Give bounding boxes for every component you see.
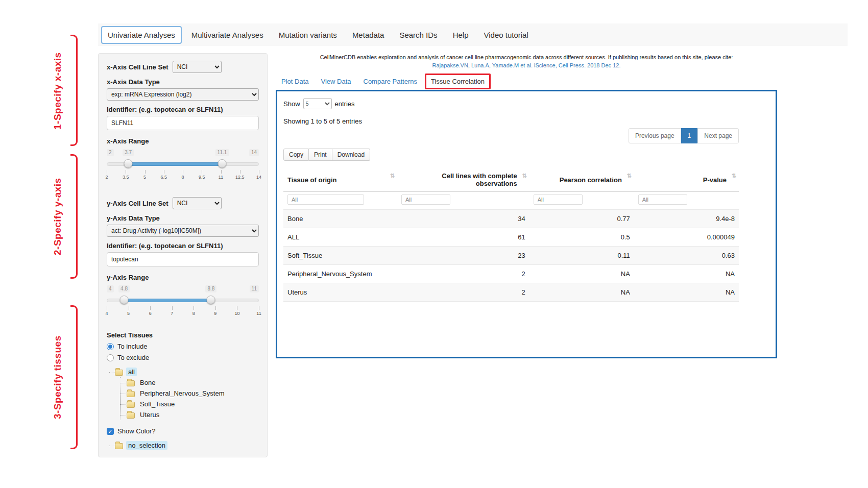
annotation-x-axis-label: 1-Specify x-axis [52, 37, 67, 145]
column-header-pearson-correlation[interactable]: Pearson correlation ⇅ [529, 168, 634, 192]
annotation-tissues-bracket [70, 305, 78, 449]
subtab-view-data[interactable]: View Data [316, 75, 355, 88]
slider-tick [237, 306, 237, 310]
column-header-tissue-of-origin[interactable]: Tissue of origin ⇅ [283, 168, 397, 192]
annotation-y-axis-label: 2-Specify y-axis [52, 154, 67, 279]
download-button[interactable]: Download [332, 149, 370, 161]
subtab-plot-data[interactable]: Plot Data [277, 75, 313, 88]
x-data-type-select[interactable]: exp: mRNA Expression (log2) [107, 88, 259, 101]
slider-tick-label: 5 [127, 311, 130, 316]
slider-tick [194, 306, 194, 310]
tree-item-label: Soft_Tissue [138, 400, 177, 408]
annotation-x-axis-bracket [70, 35, 78, 146]
slider-tick [240, 170, 240, 174]
show-color-checkbox[interactable]: Show Color? [107, 427, 259, 435]
slider-handle-from[interactable] [124, 159, 133, 168]
y-cell-line-set-select[interactable]: NCI [173, 197, 222, 209]
correlation-table: Tissue of origin ⇅ Cell lines with compl… [283, 168, 739, 302]
column-header-p-value[interactable]: P-value ⇅ [634, 168, 739, 192]
pagination-next[interactable]: Next page [697, 128, 739, 143]
radio-to-include[interactable]: To include [107, 343, 259, 350]
slider-handle-to[interactable] [218, 159, 226, 168]
slider-tick [259, 306, 259, 310]
radio-icon [107, 343, 114, 350]
y-data-type-label: y-Axis Data Type [107, 214, 259, 222]
slider-selected-bar [124, 299, 211, 302]
y-range-slider: 4 11 4.8 8.8 4567891011 [107, 285, 259, 318]
pagination: Previous page 1 Next page [283, 128, 739, 143]
filter-tissue-of-origin[interactable] [287, 194, 364, 205]
x-identifier-input[interactable] [107, 116, 259, 130]
x-cell-line-set-select[interactable]: NCI [173, 61, 222, 73]
tree-item-bone[interactable]: Bone [127, 377, 259, 388]
citation-link[interactable]: Rajapakse.VN, Luna.A, Yamade.M et al. iS… [276, 62, 777, 68]
tree-item-label: Uterus [138, 410, 161, 419]
table-cell: ALL [283, 228, 397, 247]
slider-tick-label: 10 [234, 311, 239, 316]
subtabs: Plot Data View Data Compare Patterns Tis… [277, 74, 491, 89]
slider-handle-from[interactable] [120, 296, 129, 304]
slider-max-label: 11 [250, 285, 259, 292]
column-header-cell-lines[interactable]: Cell lines with complete observations ⇅ [397, 168, 529, 192]
filter-cell-lines[interactable] [401, 194, 450, 205]
tree-item-soft-tissue[interactable]: Soft_Tissue [127, 399, 259, 409]
tab-mutation-variants[interactable]: Mutation variants [273, 27, 343, 43]
tree-item-no-selection[interactable]: no_selection [115, 440, 259, 451]
subtab-compare-patterns[interactable]: Compare Patterns [359, 75, 422, 88]
tab-help[interactable]: Help [447, 27, 474, 43]
tree-item-label: Bone [138, 378, 157, 387]
slider-min-label: 4 [107, 285, 114, 292]
tree-item-peripheral-nervous-system[interactable]: Peripheral_Nervous_System [127, 388, 259, 399]
table-row: Bone340.779.4e-8 [283, 210, 739, 228]
column-header-label: P-value [703, 176, 727, 184]
print-button[interactable]: Print [309, 149, 332, 161]
folder-icon [127, 380, 135, 386]
subtab-tissue-correlation[interactable]: Tissue Correlation [425, 74, 491, 89]
slider-tick-label: 8 [181, 175, 184, 180]
slider-from-label: 3.7 [123, 149, 134, 156]
table-cell: Peripheral_Nervous_System [283, 265, 397, 283]
table-cell: 61 [397, 228, 529, 247]
slider-max-label: 14 [249, 149, 259, 156]
pagination-page-1[interactable]: 1 [681, 128, 698, 143]
tab-search-ids[interactable]: Search IDs [394, 27, 443, 43]
radio-to-exclude[interactable]: To exclude [107, 354, 259, 361]
table-cell: 0.63 [634, 247, 739, 265]
slider-tick-label: 14 [256, 175, 261, 180]
slider-tick-label: 4 [105, 311, 108, 316]
tab-univariate-analyses[interactable]: Univariate Analyses [101, 26, 182, 44]
table-row: ALL610.50.000049 [283, 228, 739, 247]
column-header-label: Cell lines with complete observations [442, 172, 517, 187]
y-data-type-select[interactable]: act: Drug Activity (-log10[IC50M]) [107, 225, 259, 237]
tree-item-label: all [126, 368, 137, 376]
y-identifier-input[interactable] [107, 252, 259, 266]
slider-tick [172, 306, 173, 310]
table-cell: 2 [397, 265, 529, 283]
table-export-buttons: Copy Print Download [283, 149, 739, 161]
table-cell: 2 [397, 283, 529, 302]
filter-pearson-correlation[interactable] [534, 194, 583, 205]
column-header-label: Tissue of origin [287, 176, 337, 184]
slider-tick-label: 5 [143, 175, 146, 180]
tree-item-uterus[interactable]: Uterus [127, 409, 259, 420]
tree-item-label: no_selection [126, 441, 167, 450]
slider-grid: 23.556.589.51112.514 [107, 170, 259, 181]
slider-tick [183, 170, 183, 174]
sort-icon: ⇅ [522, 173, 526, 179]
table-cell: 23 [397, 247, 529, 265]
slider-tick-label: 6 [149, 311, 152, 316]
show-entries-select[interactable]: 5 [303, 98, 332, 109]
tab-metadata[interactable]: Metadata [347, 27, 390, 43]
annotation-tissues-label: 3-Specify tissues [52, 305, 67, 449]
tab-video-tutorial[interactable]: Video tutorial [478, 27, 534, 43]
tree-item-all[interactable]: all [115, 367, 259, 377]
sort-icon: ⇅ [390, 173, 395, 179]
filter-p-value[interactable] [638, 194, 687, 205]
pagination-previous[interactable]: Previous page [629, 128, 681, 143]
table-row: Uterus2NANA [283, 283, 739, 302]
y-range-label: y-Axis Range [107, 274, 259, 281]
table-cell: NA [634, 283, 739, 302]
tab-multivariate-analyses[interactable]: Multivariate Analyses [186, 27, 269, 43]
slider-handle-to[interactable] [207, 296, 215, 304]
copy-button[interactable]: Copy [283, 149, 309, 161]
